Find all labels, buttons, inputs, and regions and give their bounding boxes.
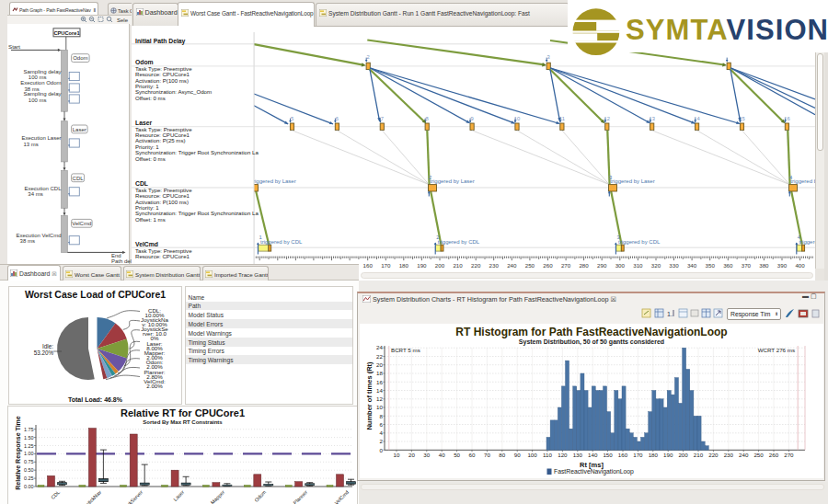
svg-text:0.75: 0.75 xyxy=(24,459,34,464)
svg-text:190: 190 xyxy=(663,452,673,458)
svg-text:1.00: 1.00 xyxy=(24,451,34,456)
svg-text:60: 60 xyxy=(469,452,476,458)
svg-text:190: 190 xyxy=(417,262,427,269)
svg-text:80: 80 xyxy=(499,452,505,458)
svg-text:13 ms: 13 ms xyxy=(24,142,39,147)
svg-text:200: 200 xyxy=(678,452,688,458)
svg-text:240: 240 xyxy=(507,262,517,269)
svg-text:Execution Odom: Execution Odom xyxy=(20,80,61,86)
svg-text:2: 2 xyxy=(380,438,384,444)
svg-text:Execution Laser: Execution Laser xyxy=(21,135,61,141)
svg-text:300: 300 xyxy=(615,262,626,269)
svg-text:170: 170 xyxy=(381,262,391,269)
svg-text:220: 220 xyxy=(471,262,481,269)
svg-text:40: 40 xyxy=(439,452,445,458)
svg-text:Sampling delay: Sampling delay xyxy=(23,91,61,97)
svg-text:210: 210 xyxy=(453,262,463,269)
svg-text:350: 350 xyxy=(706,262,716,269)
svg-text:8: 8 xyxy=(380,413,384,419)
svg-text:VelCmd: VelCmd xyxy=(72,221,91,226)
svg-text:230: 230 xyxy=(724,452,734,458)
svg-text:220: 220 xyxy=(708,452,719,458)
svg-text:18: 18 xyxy=(376,370,383,376)
svg-text:End: End xyxy=(111,253,121,258)
svg-text:4: 4 xyxy=(380,430,384,436)
svg-text:Laser: Laser xyxy=(73,127,86,132)
svg-text:180: 180 xyxy=(649,452,659,458)
svg-text:250: 250 xyxy=(753,452,764,458)
svg-text:400: 400 xyxy=(795,262,805,269)
svg-text:270: 270 xyxy=(561,262,571,269)
svg-text:triggered by CDL: triggered by CDL xyxy=(438,239,480,245)
svg-text:320: 320 xyxy=(651,262,661,269)
svg-text:50: 50 xyxy=(454,452,460,458)
svg-text:260: 260 xyxy=(769,452,779,458)
svg-text:CPUCore1: CPUCore1 xyxy=(53,30,79,36)
svg-text:3: 3 xyxy=(547,54,550,60)
svg-text:10: 10 xyxy=(376,404,383,410)
svg-text:160: 160 xyxy=(618,452,628,458)
svg-text:160: 160 xyxy=(363,262,374,269)
svg-text:140: 140 xyxy=(588,452,598,458)
svg-text:130: 130 xyxy=(573,452,583,458)
svg-text:290: 290 xyxy=(597,262,607,269)
svg-text:Sele: Sele xyxy=(117,17,129,23)
svg-text:24: 24 xyxy=(376,344,383,350)
svg-text:240: 240 xyxy=(739,452,749,458)
svg-text:210: 210 xyxy=(694,452,704,458)
svg-text:6: 6 xyxy=(336,116,339,121)
svg-text:triggered by CDL: triggered by CDL xyxy=(618,239,661,245)
svg-text:340: 340 xyxy=(687,262,697,269)
svg-text:triggered by Laser: triggered by Laser xyxy=(251,178,295,184)
svg-text:Execution VelCmd: Execution VelCmd xyxy=(16,233,61,238)
svg-text:270: 270 xyxy=(784,452,794,458)
svg-text:0: 0 xyxy=(380,447,384,453)
svg-text:100 ms: 100 ms xyxy=(29,97,47,103)
svg-text:330: 330 xyxy=(669,262,679,269)
svg-text:WCRT 276 ms: WCRT 276 ms xyxy=(758,347,795,353)
svg-text:12: 12 xyxy=(376,395,383,402)
svg-text:FastReactiveNavigationLoop: FastReactiveNavigationLoop xyxy=(554,468,634,475)
svg-text:triggered by CDL: triggered by CDL xyxy=(260,239,303,245)
svg-text:0.25: 0.25 xyxy=(24,475,34,481)
svg-text:70: 70 xyxy=(484,452,490,458)
svg-text:200: 200 xyxy=(435,262,445,269)
svg-text:250: 250 xyxy=(525,262,535,269)
svg-text:triggered by Laser: triggered by Laser xyxy=(430,178,474,184)
svg-text:230: 230 xyxy=(489,262,500,269)
svg-text:Sampling delay: Sampling delay xyxy=(23,69,61,74)
svg-text:10: 10 xyxy=(394,452,400,458)
svg-text:6: 6 xyxy=(380,421,384,428)
svg-text:30: 30 xyxy=(423,452,430,458)
svg-text:38 ms: 38 ms xyxy=(20,238,35,244)
svg-text:360: 360 xyxy=(723,262,733,269)
svg-text:14: 14 xyxy=(376,387,383,394)
svg-text:9: 9 xyxy=(470,116,473,121)
svg-text:8: 8 xyxy=(426,116,429,121)
svg-text:390: 390 xyxy=(777,262,788,269)
svg-text:180: 180 xyxy=(399,262,409,269)
svg-text:150: 150 xyxy=(603,452,613,458)
svg-text:370: 370 xyxy=(742,262,752,269)
svg-text:0.50: 0.50 xyxy=(24,467,34,473)
svg-text:34 ms: 34 ms xyxy=(28,191,42,197)
svg-text:Execution CDL: Execution CDL xyxy=(24,186,62,191)
svg-text:7: 7 xyxy=(381,116,384,121)
svg-text:380: 380 xyxy=(759,262,769,269)
svg-text:16: 16 xyxy=(376,379,383,385)
svg-text:280: 280 xyxy=(579,262,589,269)
svg-text:90: 90 xyxy=(514,452,521,458)
svg-text:triggered by CDL: triggered by CDL xyxy=(799,239,815,245)
svg-text:BCRT 5 ms: BCRT 5 ms xyxy=(391,347,420,353)
svg-text:100: 100 xyxy=(527,452,537,458)
svg-text:2: 2 xyxy=(367,54,370,60)
svg-text:Start: Start xyxy=(8,43,20,50)
svg-text:110: 110 xyxy=(543,452,552,458)
svg-text:1.: 1. xyxy=(667,311,673,317)
svg-text:310: 310 xyxy=(633,262,643,269)
svg-text:1.50: 1.50 xyxy=(24,435,34,441)
svg-text:0.00: 0.00 xyxy=(24,484,34,489)
svg-text:20: 20 xyxy=(376,361,383,368)
svg-text:120: 120 xyxy=(558,452,568,458)
svg-text:20: 20 xyxy=(408,452,415,458)
